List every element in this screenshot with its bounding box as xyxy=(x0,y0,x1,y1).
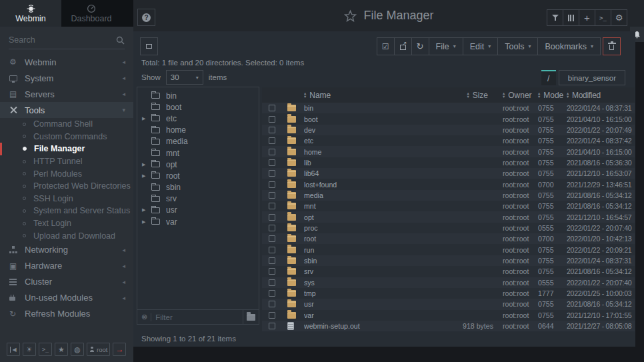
file-name[interactable]: etc xyxy=(304,137,443,145)
settings-button[interactable]: ⚙ xyxy=(611,9,627,26)
row-checkbox[interactable] xyxy=(269,214,275,221)
expand-arrow-icon[interactable]: ▶ xyxy=(142,207,151,213)
sidebar-item-webmin[interactable]: ⚙ Webmin ◂ xyxy=(0,54,133,70)
tree-item[interactable]: media xyxy=(137,136,259,147)
sidebar-item-servers[interactable]: ▤ Servers ◂ xyxy=(0,86,133,102)
row-checkbox[interactable] xyxy=(269,192,275,199)
sidebar-item-cluster[interactable]: Cluster ◂ xyxy=(0,274,133,290)
filter-button[interactable] xyxy=(547,9,563,26)
table-row[interactable]: lib64root:root07552021/12/10 - 16:53:07 xyxy=(262,168,635,179)
sidebar-item-text-login[interactable]: Text Login xyxy=(0,217,133,230)
logout-button[interactable]: → xyxy=(113,343,126,356)
sidebar-item-protected-web-directories[interactable]: Protected Web Directories xyxy=(0,180,133,193)
tree-item[interactable]: ▶usr xyxy=(137,205,259,216)
user-button[interactable]: root xyxy=(87,343,110,356)
sidebar-item-ssh-login[interactable]: SSH Login xyxy=(0,193,133,205)
row-checkbox[interactable] xyxy=(269,116,275,123)
tree-item[interactable]: boot xyxy=(137,101,259,113)
file-name[interactable]: srv xyxy=(304,267,443,275)
table-row[interactable]: optroot:root07552021/12/10 - 16:54:57 xyxy=(262,211,635,222)
breadcrumb-segment[interactable]: binary_sensor xyxy=(559,70,625,85)
sidebar-item-unused-modules[interactable]: Un-used Modules ◂ xyxy=(0,290,133,306)
file-name[interactable]: usr xyxy=(304,300,443,308)
sidebar-item-command-shell[interactable]: Command Shell xyxy=(0,118,133,131)
file-name[interactable]: media xyxy=(304,191,443,199)
column-header-modified[interactable]: ▴▾Modified xyxy=(567,91,635,100)
clone-tab-button[interactable] xyxy=(140,37,158,55)
row-checkbox[interactable] xyxy=(269,257,275,264)
tree-item[interactable]: ▶root xyxy=(137,170,259,181)
expand-arrow-icon[interactable]: ▶ xyxy=(142,219,151,225)
row-checkbox[interactable] xyxy=(269,137,275,144)
table-row[interactable]: sbinroot:root07552022/01/24 - 08:37:31 xyxy=(262,255,635,266)
file-name[interactable]: mnt xyxy=(304,202,443,210)
table-row[interactable]: homeroot:root07552021/04/10 - 16:15:00 xyxy=(262,146,635,157)
tree-item[interactable]: ▶opt xyxy=(137,159,259,170)
column-header-size[interactable]: ▴▾Size xyxy=(443,91,503,100)
table-row[interactable]: usrroot:root07552021/08/16 - 05:34:12 xyxy=(262,299,635,309)
table-row[interactable]: varroot:root07552021/12/10 - 17:01:55 xyxy=(262,310,635,321)
expand-arrow-icon[interactable]: ▶ xyxy=(142,162,151,167)
sidebar-item-custom-commands[interactable]: Custom Commands xyxy=(0,131,133,143)
table-row[interactable]: mediaroot:root07552021/08/16 - 05:34:12 xyxy=(262,190,635,201)
row-checkbox[interactable] xyxy=(269,181,275,188)
theme-config-button[interactable]: ◍ xyxy=(71,343,84,356)
file-name[interactable]: bin xyxy=(304,104,443,112)
menu-tools[interactable]: Tools▾ xyxy=(497,37,538,55)
breadcrumb-root[interactable]: / xyxy=(541,70,556,85)
row-checkbox[interactable] xyxy=(269,279,275,286)
row-checkbox[interactable] xyxy=(269,247,275,253)
tab-dashboard[interactable]: Dashboard xyxy=(61,0,121,27)
paste-export-button[interactable] xyxy=(394,37,412,55)
shell-button[interactable]: >_ xyxy=(39,343,52,356)
row-checkbox[interactable] xyxy=(269,225,275,231)
new-tab-button[interactable]: + xyxy=(579,9,595,26)
row-checkbox[interactable] xyxy=(269,268,275,275)
file-name[interactable]: sbin xyxy=(304,257,443,265)
file-name[interactable]: lib xyxy=(304,159,443,167)
table-row[interactable]: mntroot:root07552021/08/16 - 05:34:12 xyxy=(262,201,635,211)
table-row[interactable]: binroot:root07552022/01/24 - 08:37:31 xyxy=(262,103,635,113)
table-row[interactable]: runroot:root07552022/01/22 - 20:09:21 xyxy=(262,244,635,255)
tree-item[interactable]: mnt xyxy=(137,147,259,159)
file-name[interactable]: home xyxy=(304,148,443,156)
theme-brightness-button[interactable]: ☀ xyxy=(23,343,36,356)
collapse-sidebar-button[interactable]: ◀ xyxy=(7,343,20,356)
refresh-button[interactable]: ↻ xyxy=(411,37,429,55)
table-row[interactable]: etcroot:root07552022/01/24 - 08:37:42 xyxy=(262,135,635,146)
sidebar-item-http-tunnel[interactable]: HTTP Tunnel xyxy=(0,155,133,168)
search-input[interactable] xyxy=(9,35,116,45)
row-checkbox[interactable] xyxy=(269,105,275,111)
table-row[interactable]: srvroot:root07552021/08/16 - 05:34:12 xyxy=(262,266,635,277)
help-button[interactable]: ? xyxy=(137,9,155,26)
sidebar-item-networking[interactable]: Networking ◂ xyxy=(0,242,133,258)
file-name[interactable]: proc xyxy=(304,224,443,232)
row-checkbox[interactable] xyxy=(269,301,275,307)
sidebar-item-system[interactable]: System ◂ xyxy=(0,70,133,86)
table-row[interactable]: libroot:root07552021/08/16 - 05:36:30 xyxy=(262,157,635,168)
table-row[interactable]: devroot:root07552022/01/22 - 20:07:49 xyxy=(262,125,635,135)
table-row[interactable]: tmproot:root17772022/01/25 - 10:00:03 xyxy=(262,288,635,299)
sidebar-item-perl-modules[interactable]: Perl Modules xyxy=(0,167,133,180)
menu-edit[interactable]: Edit▾ xyxy=(463,37,499,55)
file-name[interactable]: opt xyxy=(304,213,443,221)
file-name[interactable]: tmp xyxy=(304,289,443,297)
tree-item[interactable]: ▶etc xyxy=(137,113,259,124)
file-name[interactable]: boot xyxy=(304,115,443,123)
file-name[interactable]: lib64 xyxy=(304,169,443,177)
table-row[interactable]: sysroot:root05552022/01/22 - 20:07:40 xyxy=(262,277,635,288)
file-name[interactable]: var xyxy=(304,311,443,319)
sidebar-item-refresh-modules[interactable]: ↻ Refresh Modules xyxy=(0,306,133,322)
row-checkbox[interactable] xyxy=(269,170,275,177)
clear-filter-icon[interactable]: ⊗ xyxy=(141,313,147,321)
row-checkbox[interactable] xyxy=(269,203,275,209)
tree-folder-button[interactable] xyxy=(243,310,259,324)
row-checkbox[interactable] xyxy=(269,149,275,155)
table-row[interactable]: lost+foundroot:root07002021/12/29 - 13:4… xyxy=(262,179,635,189)
tree-item[interactable]: srv xyxy=(137,193,259,205)
tree-item[interactable]: home xyxy=(137,125,259,136)
file-name[interactable]: webmin-setup.out xyxy=(304,322,443,330)
table-row[interactable]: rootroot:root07002022/01/20 - 10:42:13 xyxy=(262,233,635,244)
menu-bookmarks[interactable]: Bookmarks▾ xyxy=(537,37,601,55)
column-header-mode[interactable]: ▴▾Mode xyxy=(538,91,567,100)
